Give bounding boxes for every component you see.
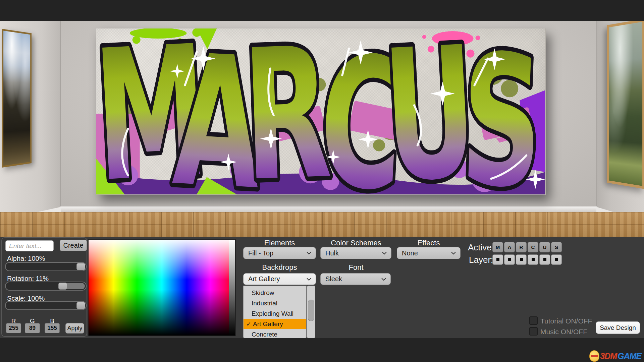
backdrop-option-label: Exploding Wall [252, 310, 293, 317]
layer-label: Layer: [469, 255, 493, 265]
baseboard [60, 206, 597, 212]
active-letter-s[interactable]: S [551, 242, 562, 252]
control-panel: Create Alpha: 100% Rotation: 11% Scale: … [0, 237, 644, 338]
active-label: Active: [468, 242, 494, 253]
layer-button-3[interactable] [516, 254, 527, 265]
alpha-label: Alpha: 100% [7, 255, 45, 262]
color-picker-gradient[interactable] [89, 240, 235, 336]
layer-button-6[interactable] [551, 254, 562, 265]
effects-header: Effects [397, 239, 461, 247]
color-picker-grayscale-strip[interactable] [229, 240, 235, 336]
chevron-down-icon [306, 251, 312, 255]
font-select-value: Sleek [325, 275, 379, 283]
text-tools-card: Create Alpha: 100% Rotation: 11% Scale: … [1, 237, 87, 337]
music-checkbox-label: Music ON/OFF [540, 328, 587, 336]
alpha-slider-handle[interactable] [76, 263, 85, 270]
backdrop-option-concrete[interactable]: Concrete [244, 329, 306, 338]
backdrop-option-exploding-wall[interactable]: Exploding Wall [244, 308, 306, 319]
backdrop-option-skidrow[interactable]: Skidrow [244, 288, 306, 298]
scale-slider[interactable] [5, 301, 87, 310]
font-select[interactable]: Sleek [320, 273, 391, 285]
graffiti-artwork: M A R C U S [96, 28, 545, 194]
layer-button-1[interactable] [492, 254, 503, 265]
backdrop-option-label: Concrete [252, 331, 277, 338]
backdrops-header: Backdrops [243, 263, 316, 272]
backdrop-option-label: Art Gallery [253, 320, 283, 328]
scale-slider-handle[interactable] [76, 302, 85, 309]
apply-button[interactable]: Apply [65, 323, 84, 334]
logo-3dm-text: 3DM [600, 351, 617, 361]
backdrop-option-industrial[interactable]: Industrial [244, 298, 306, 308]
chevron-down-icon [382, 251, 387, 255]
backdrop-option-art-gallery[interactable]: ✓ Art Gallery [244, 319, 306, 329]
effects-select-value: None [402, 249, 449, 257]
footer-bar: 3DM GAME [0, 338, 644, 362]
b-value-field[interactable]: 155 [45, 323, 60, 333]
parquet-floor [0, 212, 644, 237]
graffiti-canvas[interactable]: M A R C U S [96, 28, 546, 195]
dropdown-scrollbar-thumb[interactable] [308, 300, 314, 321]
logo-game-text: GAME [618, 351, 641, 361]
active-letter-a[interactable]: A [504, 242, 515, 252]
elements-header: Elements [243, 239, 316, 247]
chevron-down-icon [306, 278, 312, 281]
dropdown-scrollbar[interactable] [307, 286, 315, 338]
color-schemes-select[interactable]: Hulk [320, 247, 391, 259]
save-design-button[interactable]: Save Design [596, 321, 640, 334]
backdrop-option-label: Industrial [252, 300, 277, 307]
right-wall-painting [607, 21, 644, 189]
chevron-down-icon [451, 251, 456, 255]
graffiti-letters[interactable]: M A R C U S [96, 28, 545, 194]
backdrops-select[interactable]: Art Gallery [243, 273, 316, 285]
backdrops-select-value: Art Gallery [248, 275, 304, 283]
layer-square-icon [496, 258, 499, 261]
tutorial-checkbox-label: Tutorial ON/OFF [540, 317, 592, 325]
tutorial-checkbox[interactable] [529, 316, 538, 325]
effects-select[interactable]: None [397, 247, 461, 259]
active-letter-m[interactable]: M [492, 242, 503, 252]
chevron-down-icon [381, 278, 386, 281]
color-schemes-header: Color Schemes [320, 239, 392, 247]
layer-button-5[interactable] [539, 254, 550, 265]
text-input[interactable] [5, 240, 54, 251]
gallery-scene: M A R C U S [0, 21, 644, 237]
color-schemes-select-value: Hulk [325, 249, 380, 257]
active-letter-u[interactable]: U [539, 242, 550, 252]
color-picker[interactable] [88, 239, 236, 336]
layer-square-icon [532, 258, 535, 261]
layer-button-row [492, 254, 562, 265]
active-letter-row: M A R C U S [492, 242, 562, 252]
3dmgame-logo: 3DM GAME [589, 350, 641, 362]
backdrops-dropdown-menu: Skidrow Industrial Exploding Wall ✓ Art … [243, 286, 307, 338]
active-letter-r[interactable]: R [516, 242, 527, 252]
g-value-field[interactable]: 89 [25, 323, 40, 333]
3dm-duck-icon [589, 350, 599, 362]
rotation-slider-handle[interactable] [58, 283, 67, 290]
r-value-field[interactable]: 255 [6, 323, 21, 333]
layer-square-icon [543, 258, 546, 261]
active-letter-c[interactable]: C [528, 242, 538, 252]
layer-button-2[interactable] [504, 254, 515, 265]
app-window: M A R C U S [0, 0, 644, 362]
layer-button-4[interactable] [528, 254, 538, 265]
layer-square-icon [555, 258, 558, 261]
alpha-slider[interactable] [5, 262, 87, 271]
font-header: Font [320, 263, 392, 272]
backdrop-option-label: Skidrow [252, 289, 274, 297]
music-checkbox[interactable] [529, 327, 538, 336]
graffiti-letter-s: S [458, 28, 545, 194]
layer-square-icon [508, 258, 511, 261]
elements-select[interactable]: Fill - Top [243, 247, 316, 259]
top-bar [0, 0, 644, 21]
check-icon: ✓ [246, 320, 253, 328]
layer-square-icon [520, 258, 523, 261]
left-wall-painting [2, 29, 32, 168]
create-button[interactable]: Create [60, 240, 87, 251]
elements-select-value: Fill - Top [248, 249, 304, 257]
rotation-slider[interactable] [5, 282, 87, 291]
